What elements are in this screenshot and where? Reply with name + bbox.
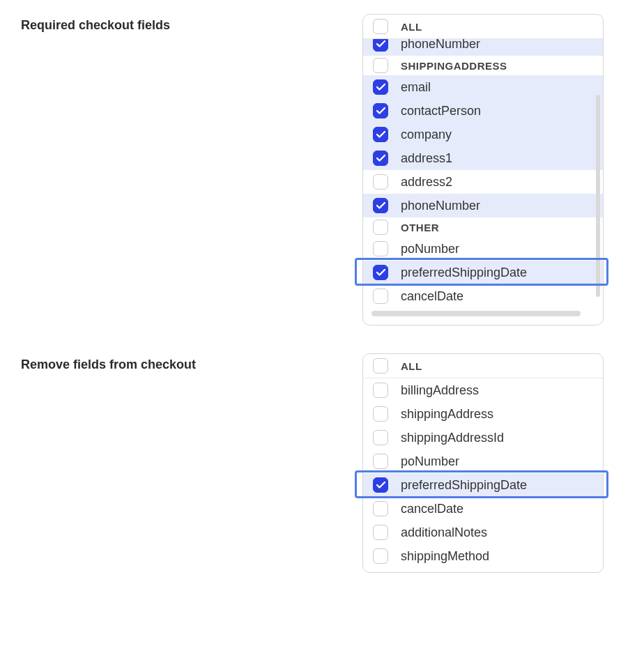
- remove-fields-section: Remove fields from checkout ALL billingA…: [21, 353, 623, 573]
- list-item-label: preferredShippingDate: [401, 266, 527, 280]
- checkbox-unchecked-icon[interactable]: [373, 501, 388, 516]
- required-fields-section: Required checkout fields ALL phoneNumber…: [21, 14, 623, 325]
- remove-all-row[interactable]: ALL: [363, 354, 603, 378]
- list-item-label: phoneNumber: [401, 39, 480, 52]
- list-item[interactable]: poNumber: [363, 449, 603, 473]
- checkbox-checked-icon[interactable]: [373, 198, 388, 213]
- group-label: SHIPPINGADDRESS: [401, 60, 507, 72]
- checkbox-checked-icon[interactable]: [373, 79, 388, 95]
- checkbox-checked-icon[interactable]: [373, 151, 388, 166]
- checkbox-unchecked-icon[interactable]: [373, 525, 388, 540]
- group-header-other[interactable]: OTHER: [363, 217, 603, 237]
- required-all-label: ALL: [401, 21, 422, 33]
- list-item-label: shippingAddressId: [401, 431, 504, 445]
- required-all-row[interactable]: ALL: [363, 15, 603, 39]
- remove-fields-listbox: ALL billingAddressshippingAddressshippin…: [362, 353, 604, 573]
- checkbox-unchecked-icon[interactable]: [373, 241, 388, 256]
- checkbox-checked-icon[interactable]: [373, 103, 388, 118]
- remove-list-body: billingAddressshippingAddressshippingAdd…: [363, 378, 603, 572]
- list-item[interactable]: address1: [363, 146, 603, 170]
- checkbox-unchecked-icon[interactable]: [373, 548, 388, 564]
- list-item-label: cancelDate: [401, 289, 463, 304]
- list-item[interactable]: contactPerson: [363, 99, 603, 123]
- checkbox-unchecked-icon[interactable]: [373, 430, 388, 445]
- list-item-label: billingAddress: [401, 383, 479, 398]
- list-item-label: phoneNumber: [401, 199, 480, 213]
- list-item[interactable]: billingAddress: [363, 378, 603, 402]
- clipped-row: phoneNumber: [363, 39, 603, 56]
- list-item[interactable]: shippingAddressId: [363, 426, 603, 449]
- vertical-scrollbar[interactable]: [596, 95, 600, 297]
- list-item[interactable]: cancelDate: [363, 284, 603, 308]
- required-fields-label: Required checkout fields: [21, 14, 362, 33]
- list-item-label: shippingAddress: [401, 407, 493, 422]
- list-item-label: email: [401, 80, 431, 95]
- list-item-label: shippingMethod: [401, 549, 489, 564]
- list-item-label: company: [401, 128, 452, 142]
- list-item[interactable]: phoneNumber: [363, 39, 603, 56]
- list-item-label: address2: [401, 175, 452, 190]
- checkbox-checked-icon[interactable]: [373, 477, 388, 493]
- list-item[interactable]: phoneNumber: [363, 194, 603, 217]
- list-item[interactable]: cancelDate: [363, 497, 603, 521]
- remove-fields-label: Remove fields from checkout: [21, 353, 362, 372]
- required-list-body: phoneNumber SHIPPINGADDRESS emailcontact…: [363, 39, 603, 325]
- checkbox-unchecked-icon[interactable]: [373, 406, 388, 422]
- list-item[interactable]: company: [363, 123, 603, 146]
- list-item[interactable]: address2: [363, 170, 603, 194]
- list-item-label: preferredShippingDate: [401, 478, 527, 493]
- list-item[interactable]: additionalNotes: [363, 521, 603, 544]
- list-item-label: additionalNotes: [401, 525, 487, 540]
- list-item-label: poNumber: [401, 454, 459, 469]
- checkbox-unchecked-icon[interactable]: [373, 454, 388, 469]
- list-item[interactable]: email: [363, 75, 603, 99]
- checkbox-unchecked-icon[interactable]: [373, 58, 388, 73]
- required-fields-listbox: ALL phoneNumber SHIPPINGADDRESS emailcon…: [362, 14, 604, 325]
- list-item-label: cancelDate: [401, 502, 463, 516]
- list-item[interactable]: preferredShippingDate: [363, 473, 603, 497]
- group-label: OTHER: [401, 222, 439, 233]
- list-item[interactable]: poNumber: [363, 237, 603, 261]
- list-item-label: address1: [401, 151, 452, 166]
- checkbox-checked-icon[interactable]: [373, 39, 388, 52]
- list-item[interactable]: shippingMethod: [363, 544, 603, 568]
- checkbox-unchecked-icon[interactable]: [373, 174, 388, 190]
- remove-all-label: ALL: [401, 360, 422, 372]
- list-item-label: contactPerson: [401, 104, 481, 118]
- list-item[interactable]: preferredShippingDate: [363, 261, 603, 284]
- checkbox-unchecked-icon[interactable]: [373, 383, 388, 398]
- list-item-label: poNumber: [401, 242, 459, 256]
- checkbox-unchecked-icon[interactable]: [373, 289, 388, 304]
- checkbox-unchecked-icon[interactable]: [373, 358, 388, 374]
- checkbox-checked-icon[interactable]: [373, 265, 388, 280]
- checkbox-unchecked-icon[interactable]: [373, 19, 388, 34]
- list-item[interactable]: shippingAddress: [363, 402, 603, 426]
- horizontal-scrollbar[interactable]: [371, 311, 581, 316]
- group-header-shippingaddress[interactable]: SHIPPINGADDRESS: [363, 56, 603, 75]
- checkbox-checked-icon[interactable]: [373, 127, 388, 142]
- checkbox-unchecked-icon[interactable]: [373, 220, 388, 235]
